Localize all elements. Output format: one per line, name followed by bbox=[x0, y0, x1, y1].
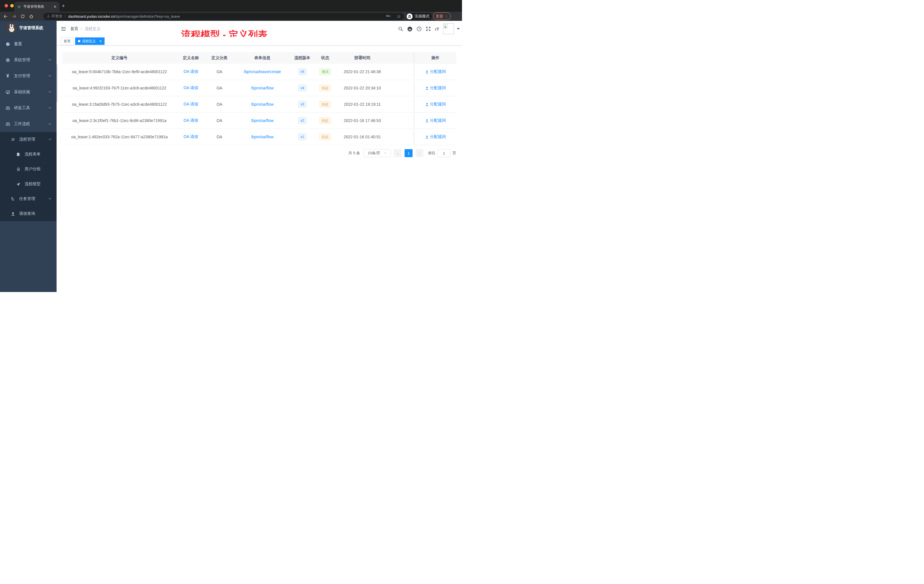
form-link[interactable]: /bpm/oa/flow bbox=[251, 135, 274, 139]
tags-view: 首页 流程定义 ✕ bbox=[56, 37, 462, 45]
sidebar-item-label: 请假查询 bbox=[19, 211, 35, 216]
sidebar-scrollbar[interactable] bbox=[56, 64, 58, 102]
deploy-time: 2022-01-22 19:19:11 bbox=[337, 102, 388, 107]
definition-name-link[interactable]: OA 请假 bbox=[183, 118, 198, 123]
tag-home[interactable]: 首页 bbox=[61, 38, 73, 45]
form-link[interactable]: /bpm/oa/flow bbox=[251, 102, 274, 107]
favicon-plant-icon bbox=[17, 4, 21, 10]
sidebar-item-task-mgmt[interactable]: 任务管理 bbox=[0, 191, 56, 206]
version-badge: v5 bbox=[298, 68, 307, 75]
home-button[interactable] bbox=[27, 14, 35, 19]
briefcase-icon bbox=[5, 106, 10, 110]
sidebar-item-workflow[interactable]: 工作流程 bbox=[0, 116, 56, 132]
paper-plane-icon bbox=[16, 182, 21, 186]
sidebar-item-process-mgmt[interactable]: 流程管理 bbox=[0, 132, 56, 147]
browser-tab[interactable]: 芋道管理系统 ✕ bbox=[14, 2, 59, 12]
breadcrumb-separator: / bbox=[81, 26, 82, 31]
definition-id: oa_leave:3:1fad3d93-7b75-11ec-a3c8-acde4… bbox=[62, 102, 177, 107]
avatar[interactable] bbox=[443, 23, 454, 34]
sidebar-item-process-form[interactable]: 流程表单 bbox=[0, 147, 56, 162]
security-label[interactable]: 不安全 bbox=[51, 14, 63, 19]
sidebar-item-system[interactable]: 系统管理 bbox=[0, 52, 56, 68]
tag-process-definition[interactable]: 流程定义 ✕ bbox=[75, 38, 105, 45]
table-row: oa_leave:4:991f2193-7b7f-11ec-a3c8-acde4… bbox=[62, 80, 456, 96]
status-badge: 挂起 bbox=[319, 101, 331, 108]
hamburger-icon[interactable] bbox=[56, 26, 70, 31]
app-main: 定义编号 定义名称 定义分类 表单信息 流程版本 状态 部署时间 操作 oa_l… bbox=[56, 45, 462, 157]
assign-rule-link[interactable]: 分配规则 bbox=[425, 69, 446, 74]
sidebar-item-label: 系统管理 bbox=[14, 58, 30, 63]
assign-rule-link[interactable]: 分配规则 bbox=[425, 102, 446, 107]
bookmark-star-icon[interactable]: ☆ bbox=[397, 14, 401, 19]
deploy-time: 2022-01-22 21:48:38 bbox=[337, 69, 388, 74]
url-bar[interactable]: ⚠ 不安全 dashboard.yudao.iocoder.cn/bpm/man… bbox=[43, 13, 404, 20]
deploy-time: 2022-01-16 17:46:53 bbox=[337, 118, 388, 123]
password-key-icon[interactable] bbox=[386, 13, 391, 19]
fullscreen-icon[interactable] bbox=[426, 26, 431, 31]
github-icon[interactable] bbox=[407, 26, 412, 32]
search-icon[interactable] bbox=[398, 26, 403, 31]
reload-button[interactable] bbox=[18, 14, 27, 19]
table-row: oa_leave:3:1fad3d93-7b75-11ec-a3c8-acde4… bbox=[62, 96, 456, 112]
sidebar-item-home[interactable]: 首页 bbox=[0, 36, 56, 52]
next-page-button[interactable]: › bbox=[416, 149, 423, 157]
chevron-down-icon bbox=[48, 196, 51, 201]
close-window-button[interactable] bbox=[5, 4, 8, 7]
sidebar-item-label: 用户分组 bbox=[25, 167, 41, 172]
update-label: 更新 bbox=[436, 14, 443, 19]
definition-name-link[interactable]: OA 请假 bbox=[183, 134, 198, 139]
form-link[interactable]: /bpm/oa/leave/create bbox=[244, 69, 281, 74]
sidebar-item-process-model[interactable]: 流程模型 bbox=[0, 177, 56, 191]
status-badge: 挂起 bbox=[319, 84, 331, 91]
page-number-1[interactable]: 1 bbox=[404, 149, 412, 157]
sidebar-item-leave-query[interactable]: 请假查询 bbox=[0, 206, 56, 221]
page-size-select[interactable]: 10条/页 bbox=[363, 149, 391, 157]
form-link[interactable]: /bpm/oa/flow bbox=[251, 86, 274, 90]
assign-rule-link[interactable]: 分配规则 bbox=[425, 118, 446, 123]
goto-page-input[interactable] bbox=[438, 149, 450, 157]
sidebar-item-infra[interactable]: 基础设施 bbox=[0, 84, 56, 100]
sidebar: 芋道管理系统 首页 系统管理 ¥ 支付管理 基础设施 bbox=[0, 21, 56, 292]
help-icon[interactable]: ? bbox=[417, 26, 422, 31]
url-separator bbox=[65, 14, 66, 18]
broken-image-icon bbox=[444, 24, 449, 29]
yen-icon: ¥ bbox=[5, 74, 10, 78]
active-dot bbox=[78, 40, 80, 42]
tag-close-icon[interactable]: ✕ bbox=[99, 40, 102, 43]
definition-name-link[interactable]: OA 请假 bbox=[183, 86, 198, 91]
assign-rule-link[interactable]: 分配规则 bbox=[425, 134, 446, 139]
assign-rule-link[interactable]: 分配规则 bbox=[425, 86, 446, 91]
sidebar-logo[interactable]: 芋道管理系统 bbox=[0, 21, 56, 35]
new-tab-button[interactable]: + bbox=[62, 3, 65, 9]
prev-page-button[interactable]: ‹ bbox=[394, 149, 402, 157]
version-badge: v2 bbox=[298, 117, 307, 124]
sidebar-item-devtools[interactable]: 研发工具 bbox=[0, 100, 56, 116]
app-title: 芋道管理系统 bbox=[19, 25, 43, 31]
sidebar-item-user-group[interactable]: 用户分组 bbox=[0, 162, 56, 177]
goto-label: 前往 bbox=[428, 150, 436, 156]
chevron-up-icon bbox=[48, 137, 51, 142]
forward-button[interactable] bbox=[10, 14, 18, 19]
breadcrumb-home[interactable]: 首页 bbox=[70, 26, 78, 31]
caret-down-icon[interactable] bbox=[457, 28, 460, 30]
version-badge: v1 bbox=[298, 134, 307, 140]
font-size-icon[interactable]: TT bbox=[435, 26, 439, 31]
menu-dots-icon[interactable]: ⋮ bbox=[445, 14, 448, 18]
sidebar-item-payment[interactable]: ¥ 支付管理 bbox=[0, 68, 56, 84]
url-host: dashboard.yudao.iocoder.cn bbox=[68, 14, 115, 18]
column-header-actions: 操作 bbox=[414, 52, 456, 64]
definition-category: OA bbox=[205, 69, 234, 74]
sidebar-item-label: 流程管理 bbox=[19, 137, 35, 142]
definition-name-link[interactable]: OA 请假 bbox=[183, 102, 198, 107]
minimize-window-button[interactable] bbox=[10, 4, 14, 7]
back-button[interactable] bbox=[1, 14, 10, 19]
status-badge: 挂起 bbox=[319, 134, 331, 140]
navbar-actions: ? TT bbox=[398, 21, 460, 37]
form-link[interactable]: /bpm/oa/flow bbox=[251, 118, 274, 123]
definition-id: oa_leave:4:991f2193-7b7f-11ec-a3c8-acde4… bbox=[62, 86, 177, 90]
definition-name-link[interactable]: OA 请假 bbox=[183, 69, 198, 74]
breadcrumb-current: 流程定义 bbox=[84, 26, 101, 31]
tree-icon bbox=[11, 196, 15, 201]
tab-close-icon[interactable]: ✕ bbox=[53, 5, 56, 9]
browser-update-button[interactable]: 更新 ⋮ bbox=[433, 12, 451, 20]
